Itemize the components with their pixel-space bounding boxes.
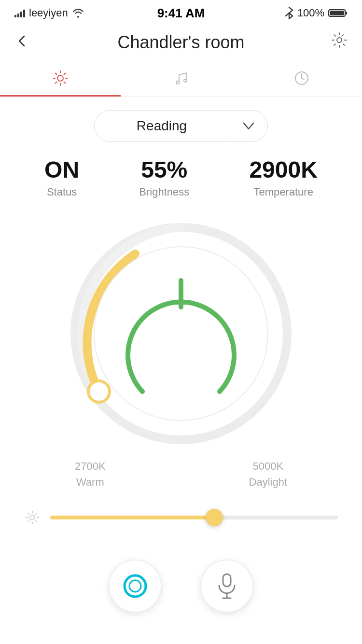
back-button[interactable] [14,32,29,53]
svg-line-9 [56,73,57,75]
wifi-icon [72,8,84,18]
temperature-value: 2900K [249,156,317,183]
carrier-label: leeyiyen [29,7,68,19]
svg-line-11 [64,73,66,75]
svg-point-14 [184,79,187,82]
alexa-icon [122,573,148,599]
svg-rect-32 [223,574,231,587]
svg-point-17 [88,381,110,402]
brightness-slider-area [0,490,362,545]
mic-icon [216,573,237,599]
svg-point-4 [57,75,63,81]
daylight-label: 5000K Daylight [249,458,287,490]
page-title: Chandler's room [118,32,245,53]
power-dial[interactable] [60,213,302,454]
brightness-label: Brightness [139,186,189,198]
svg-point-13 [176,81,179,84]
status-left: leeyiyen [14,7,84,19]
warm-label: 2700K Warm [75,458,106,490]
status-value: ON [44,156,79,183]
tab-light[interactable] [0,60,121,96]
daylight-text: Daylight [249,474,287,490]
clock-icon [293,70,310,86]
svg-line-28 [36,513,37,514]
svg-line-27 [36,521,37,522]
mode-arrow-icon [229,111,267,141]
mode-label: Reading [95,111,229,141]
slider-thumb[interactable] [206,509,223,526]
settings-button[interactable] [331,32,348,53]
control-area: 2700K Warm 5000K Daylight [0,213,362,490]
svg-point-30 [125,575,146,597]
header: Chandler's room [0,24,362,60]
status-bar: leeyiyen 9:41 AM 100% [0,0,362,24]
svg-point-31 [129,580,141,592]
stat-status: ON Status [44,156,79,198]
temperature-label: Temperature [253,186,313,198]
status-time: 9:41 AM [157,6,205,21]
svg-point-21 [30,515,35,520]
battery-percentage: 100% [297,7,324,19]
bottom-buttons [0,545,362,637]
light-icon [52,70,69,86]
stats-row: ON Status 55% Brightness 2900K Temperatu… [0,152,362,213]
brightness-slider[interactable] [50,516,338,519]
svg-rect-2 [330,11,344,15]
tab-schedule[interactable] [241,60,362,96]
warm-value: 2700K [75,458,106,474]
svg-line-29 [28,521,29,522]
brightness-value: 55% [141,156,187,183]
music-icon [173,70,189,86]
status-right: 100% [285,7,348,19]
svg-line-26 [28,513,29,514]
svg-line-12 [56,82,57,84]
signal-icon [14,9,25,17]
warm-text: Warm [75,474,106,490]
stat-brightness: 55% Brightness [139,156,189,198]
svg-rect-1 [345,12,347,14]
stat-temperature: 2900K Temperature [249,156,317,198]
battery-icon [328,8,348,18]
brightness-min-icon [24,509,41,526]
tab-bar [0,60,362,97]
svg-line-10 [64,82,66,84]
temp-labels: 2700K Warm 5000K Daylight [60,458,302,490]
mode-dropdown[interactable]: Reading [94,110,268,142]
mic-button[interactable] [200,560,253,613]
daylight-value: 5000K [249,458,287,474]
svg-point-19 [97,249,265,418]
alexa-button[interactable] [109,560,162,613]
tab-music[interactable] [121,60,241,96]
mode-selector: Reading [0,97,362,152]
bluetooth-icon [285,7,293,19]
svg-point-3 [337,38,342,42]
status-label: Status [47,186,77,198]
